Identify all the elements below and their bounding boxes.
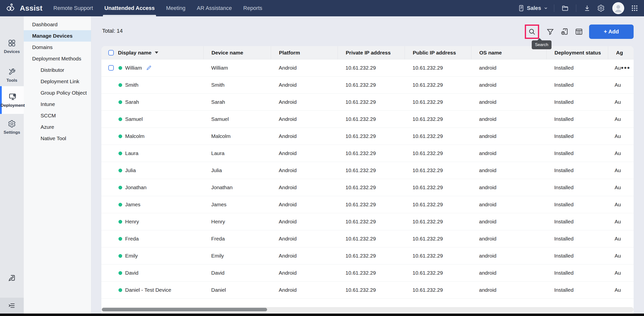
apps-grid-icon[interactable] bbox=[630, 3, 640, 13]
cell-device-name: William bbox=[203, 65, 271, 71]
agent-text: Au bbox=[614, 82, 621, 88]
cell-deployment-status: Installed bbox=[546, 99, 608, 105]
filter-button[interactable] bbox=[546, 26, 555, 37]
agent-text: Au bbox=[614, 253, 621, 259]
sidebar-item[interactable]: Intune bbox=[24, 99, 91, 110]
search-icon bbox=[528, 28, 536, 35]
sidebar-item[interactable]: Group Policy Object bbox=[24, 87, 91, 99]
avatar[interactable] bbox=[612, 2, 624, 14]
columns-button[interactable] bbox=[574, 26, 584, 37]
cell-os-name: android bbox=[471, 99, 546, 105]
row-checkbox[interactable] bbox=[108, 65, 114, 71]
table-header-platform[interactable]: Platform bbox=[271, 46, 338, 59]
table-row[interactable]: Henry Henry Android 10.61.232.29 10.61.2… bbox=[102, 213, 634, 230]
sidebar-item[interactable]: Azure bbox=[24, 121, 91, 133]
nav-tab[interactable]: Meeting bbox=[166, 0, 185, 16]
rail-item-devices[interactable]: Devices bbox=[0, 36, 24, 57]
sidebar-item[interactable]: SCCM bbox=[24, 110, 91, 121]
sidebar-item[interactable]: Native Tool bbox=[24, 133, 91, 144]
table-row[interactable]: Jonathan Jonathan Android 10.61.232.29 1… bbox=[102, 179, 634, 196]
table-row[interactable]: Daniel - Test Device Daniel Android 10.6… bbox=[102, 282, 634, 299]
table-row[interactable]: David David Android 10.61.232.29 10.61.2… bbox=[102, 264, 634, 282]
nav-tab[interactable]: Remote Support bbox=[54, 0, 93, 16]
table-row[interactable]: Sarah Sarah Android 10.61.232.29 10.61.2… bbox=[102, 94, 634, 111]
add-device-button[interactable]: + Add bbox=[589, 25, 634, 39]
nav-tab[interactable]: Unattended Access bbox=[104, 0, 154, 16]
cell-display-name: Jonathan bbox=[102, 185, 203, 191]
table-row[interactable]: Samuel Samuel Android 10.61.232.29 10.61… bbox=[102, 111, 634, 128]
sidebar-item[interactable]: Distributor bbox=[24, 64, 91, 76]
sidebar-item[interactable]: Dashboard bbox=[24, 19, 91, 30]
agent-text: Au bbox=[614, 219, 621, 225]
cell-os-name: android bbox=[471, 116, 546, 122]
rail-item-tools[interactable]: Tools bbox=[0, 65, 24, 86]
org-switcher[interactable]: Sales bbox=[518, 5, 548, 12]
search-button[interactable] bbox=[525, 25, 539, 39]
divider bbox=[554, 5, 554, 12]
horizontal-scrollbar-thumb[interactable] bbox=[102, 308, 267, 311]
folder-icon[interactable] bbox=[560, 3, 570, 13]
more-actions-icon[interactable]: ••• bbox=[621, 65, 630, 70]
edit-pencil-icon[interactable] bbox=[146, 65, 152, 71]
tools-icon bbox=[8, 68, 16, 76]
sidebar-item[interactable]: Manage Devices bbox=[24, 30, 91, 42]
cell-display-name: Freda bbox=[102, 236, 203, 242]
horizontal-scrollbar[interactable] bbox=[102, 307, 634, 312]
sort-caret-icon[interactable] bbox=[155, 52, 158, 54]
rail-item-deployment[interactable]: Deployment bbox=[0, 86, 24, 114]
cell-device-name: Jonathan bbox=[203, 185, 271, 191]
gear-icon[interactable] bbox=[596, 3, 606, 13]
online-status-dot bbox=[118, 203, 122, 207]
nav-tab[interactable]: Reports bbox=[243, 0, 262, 16]
rail-item-settings[interactable]: Settings bbox=[0, 117, 24, 138]
sidebar-item[interactable]: Deployment Methods bbox=[24, 53, 91, 64]
top-nav: Assist Remote SupportUnattended AccessMe… bbox=[0, 0, 644, 16]
table-header-deployment-status[interactable]: Deployment status bbox=[546, 46, 608, 59]
cell-agent: Au ••• bbox=[608, 116, 634, 122]
cell-platform: Android bbox=[271, 116, 338, 122]
table-row[interactable]: James James Android 10.61.232.29 10.61.2… bbox=[102, 196, 634, 213]
cell-display-name: Emily bbox=[102, 253, 203, 259]
cell-public-ip: 10.61.232.29 bbox=[404, 116, 471, 122]
table-row[interactable]: William William Android 10.61.232.29 10.… bbox=[102, 59, 634, 77]
nav-right: Sales bbox=[518, 2, 640, 14]
assist-logo-icon bbox=[6, 3, 16, 14]
org-label: Sales bbox=[527, 5, 541, 11]
cell-deployment-status: Installed bbox=[546, 168, 608, 173]
cell-platform: Android bbox=[271, 287, 338, 293]
feedback-icon[interactable] bbox=[0, 274, 24, 282]
cell-deployment-status: Installed bbox=[546, 133, 608, 139]
download-icon[interactable] bbox=[582, 3, 592, 13]
sidebar-item[interactable]: Deployment Link bbox=[24, 76, 91, 87]
agent-text: Au bbox=[614, 150, 621, 156]
cell-deployment-status: Installed bbox=[546, 82, 608, 88]
nav-tab[interactable]: AR Assistance bbox=[197, 0, 232, 16]
table-row[interactable]: Emily Emily Android 10.61.232.29 10.61.2… bbox=[102, 247, 634, 264]
bulk-deploy-button[interactable] bbox=[560, 26, 569, 37]
table-row[interactable]: Laura Laura Android 10.61.232.29 10.61.2… bbox=[102, 145, 634, 162]
brand[interactable]: Assist bbox=[6, 3, 42, 14]
cell-deployment-status: Installed bbox=[546, 236, 608, 242]
select-all-checkbox[interactable] bbox=[108, 50, 114, 56]
table-header-device-name[interactable]: Device name bbox=[203, 46, 271, 59]
cell-deployment-status: Installed bbox=[546, 253, 608, 259]
table-header-display-name[interactable]: Display name bbox=[102, 46, 203, 59]
table-header-private-ip[interactable]: Private IP address bbox=[338, 46, 404, 59]
cell-public-ip: 10.61.232.29 bbox=[404, 185, 471, 191]
cell-public-ip: 10.61.232.29 bbox=[404, 99, 471, 105]
cell-platform: Android bbox=[271, 150, 338, 156]
table-header-public-ip[interactable]: Public IP address bbox=[404, 46, 471, 59]
cell-private-ip: 10.61.232.29 bbox=[338, 270, 404, 276]
cell-device-name: James bbox=[203, 202, 271, 208]
table-row[interactable]: Malcolm Malcolm Android 10.61.232.29 10.… bbox=[102, 128, 634, 145]
cell-deployment-status: Installed bbox=[546, 150, 608, 156]
cell-device-name: Emily bbox=[203, 253, 271, 259]
table-row[interactable]: Julia Julia Android 10.61.232.29 10.61.2… bbox=[102, 162, 634, 179]
table-row[interactable]: Freda Freda Android 10.61.232.29 10.61.2… bbox=[102, 230, 634, 247]
cell-agent: Au ••• bbox=[608, 185, 634, 191]
collapse-sidebar-icon[interactable] bbox=[0, 298, 24, 313]
table-row[interactable]: Smith Smith Android 10.61.232.29 10.61.2… bbox=[102, 77, 634, 94]
sidebar-item[interactable]: Domains bbox=[24, 42, 91, 53]
total-count-label: Total: 14 bbox=[102, 28, 123, 34]
table-header-agent[interactable]: Ag bbox=[608, 46, 634, 59]
